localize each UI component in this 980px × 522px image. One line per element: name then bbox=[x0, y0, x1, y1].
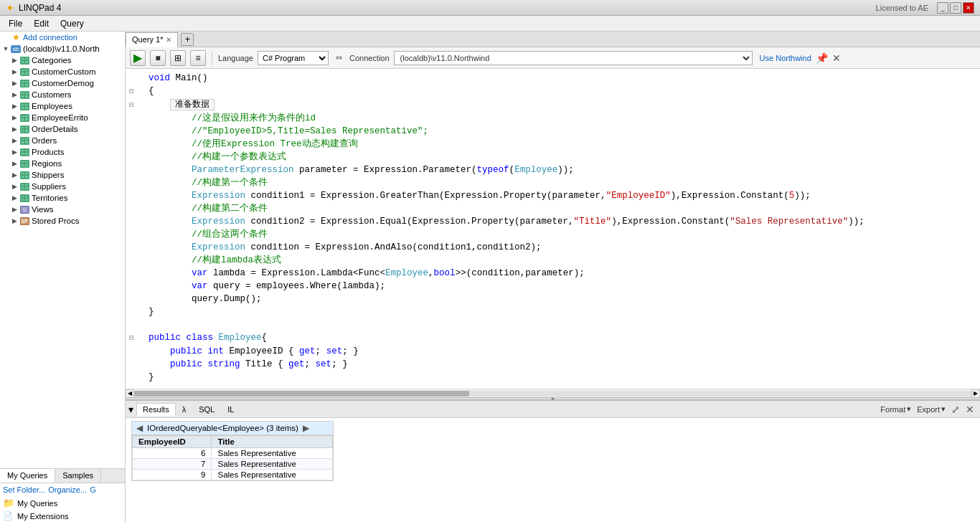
close-button[interactable]: ✕ bbox=[963, 2, 974, 14]
sidebar: ★ Add connection ▼ db (localdb)\v11.0.No… bbox=[0, 32, 126, 522]
connection-select[interactable]: (localdb)\v11.0.Northwind bbox=[394, 51, 753, 65]
table-label: Suppliers bbox=[32, 182, 66, 191]
cell-employeeid: 6 bbox=[133, 448, 212, 459]
format-label: Format bbox=[880, 405, 905, 414]
menu-query[interactable]: Query bbox=[55, 17, 90, 30]
sidebar-item-employees[interactable]: ▶ Employees bbox=[0, 100, 125, 112]
table-expand-arrow[interactable]: ◀ bbox=[136, 423, 143, 433]
cell-title: Sales Representative bbox=[212, 470, 333, 480]
sidebar-actions: Set Folder... Organize... G bbox=[0, 483, 125, 496]
sidebar-item-customers[interactable]: ▶ Customers bbox=[0, 89, 125, 100]
hscroll-thumb[interactable] bbox=[134, 391, 469, 397]
app-icon: ✦ bbox=[6, 2, 14, 14]
language-select[interactable]: C# Program C# Expression C# Statements bbox=[258, 51, 329, 65]
format-button[interactable]: Format ▾ bbox=[880, 404, 911, 414]
set-folder-link[interactable]: Set Folder... bbox=[3, 485, 45, 494]
sidebar-item-customerdemog[interactable]: ▶ CustomerDemog bbox=[0, 77, 125, 89]
table-label: Employees bbox=[32, 102, 72, 110]
sidebar-item-regions[interactable]: ▶ Regions bbox=[0, 158, 125, 169]
col-header-employeeid: EmployeeID bbox=[133, 436, 212, 448]
g-link[interactable]: G bbox=[90, 485, 96, 494]
sidebar-item-shippers[interactable]: ▶ Shippers bbox=[0, 169, 125, 181]
result-table: EmployeeID Title 6Sales Representative7S… bbox=[132, 435, 333, 480]
results-tab-bar: ▾ Results λ SQL IL Format bbox=[126, 401, 980, 418]
sidebar-item-storedprocs[interactable]: ▶ SP Stored Procs bbox=[0, 215, 125, 227]
cell-employeeid: 9 bbox=[133, 470, 212, 480]
code-line: //构建一个参数表达式 bbox=[126, 151, 980, 163]
code-line: //构建第一个条件 bbox=[126, 176, 980, 189]
titlebar: ✦ LINQPad 4 Licensed to AE _ □ ✕ bbox=[0, 0, 980, 16]
export-label: Export bbox=[917, 405, 940, 414]
menubar: File Edit Query bbox=[0, 16, 980, 32]
star-icon: ★ bbox=[10, 32, 22, 42]
editor-hscrollbar[interactable]: ◀ ▶ bbox=[126, 389, 980, 397]
tab-il[interactable]: IL bbox=[221, 403, 240, 416]
sidebar-folder-myextensions[interactable]: 📄 My Extensions bbox=[0, 510, 125, 522]
table-row: 7Sales Representative bbox=[133, 459, 333, 470]
tab-results[interactable]: Results bbox=[136, 403, 176, 416]
query-tab-1[interactable]: Query 1* ✕ bbox=[126, 32, 178, 47]
sql-tab-label: SQL bbox=[199, 405, 215, 414]
tab-lambda[interactable]: λ bbox=[176, 403, 193, 416]
code-line: Expression condition1 = Expression.Great… bbox=[126, 189, 980, 202]
table-more-arrow[interactable]: ▶ bbox=[303, 423, 309, 433]
toolbar-close-icon[interactable]: ✕ bbox=[832, 52, 841, 64]
tab-sql[interactable]: SQL bbox=[192, 403, 221, 416]
sidebar-item-categories[interactable]: ▶ Categories bbox=[0, 54, 125, 66]
list-view-button[interactable]: ≡ bbox=[190, 50, 206, 66]
results-toolbar-right: Format ▾ Export ▾ ⤢ ✕ bbox=[880, 404, 977, 415]
run-button[interactable]: ▶ bbox=[130, 50, 146, 66]
code-line: ⊟ 准备数据 bbox=[126, 98, 980, 112]
tab-samples[interactable]: Samples bbox=[55, 469, 101, 483]
table-label: CustomerDemog bbox=[32, 79, 94, 87]
organize-link[interactable]: Organize... bbox=[48, 485, 87, 494]
sidebar-item-orderdetails[interactable]: ▶ OrderDetails bbox=[0, 123, 125, 135]
maximize-button[interactable]: □ bbox=[950, 2, 961, 14]
sidebar-item-views[interactable]: ▶ V Views bbox=[0, 204, 125, 215]
sidebar-folder-myqueries[interactable]: 📁 My Queries bbox=[0, 496, 125, 510]
menu-file[interactable]: File bbox=[3, 17, 28, 30]
add-connection-label[interactable]: Add connection bbox=[23, 33, 77, 42]
close-tab-icon[interactable]: ✕ bbox=[166, 36, 171, 44]
table-label: Regions bbox=[32, 159, 62, 168]
hscroll-track[interactable] bbox=[134, 391, 971, 397]
tab-myqueries[interactable]: My Queries bbox=[0, 469, 55, 483]
extensions-label: My Extensions bbox=[17, 512, 69, 521]
scroll-left-button[interactable]: ◀ bbox=[126, 389, 134, 398]
sidebar-item-territories[interactable]: ▶ Territories bbox=[0, 192, 125, 204]
sidebar-item-suppliers[interactable]: ▶ Suppliers bbox=[0, 181, 125, 192]
results-panel-arrow[interactable]: ▾ bbox=[128, 404, 133, 415]
connection-arrow-icon: ⇔ bbox=[336, 53, 342, 62]
minimize-button[interactable]: _ bbox=[937, 2, 948, 14]
sidebar-item-customercustom[interactable]: ▶ CustomerCustom bbox=[0, 66, 125, 77]
scroll-right-button[interactable]: ▶ bbox=[971, 389, 980, 398]
grid-view-button[interactable]: ⊞ bbox=[170, 50, 186, 66]
table-label: Categories bbox=[32, 56, 72, 65]
new-tab-button[interactable]: + bbox=[181, 33, 194, 46]
code-line: Expression condition2 = Expression.Equal… bbox=[126, 215, 980, 228]
code-line: var query = employees.Where(lambda); bbox=[126, 280, 980, 293]
db-connection-item[interactable]: ▼ db (localdb)\v11.0.North bbox=[0, 43, 125, 54]
menu-edit[interactable]: Edit bbox=[28, 17, 55, 30]
table-label: Shippers bbox=[32, 171, 64, 179]
table-label: OrderDetails bbox=[32, 125, 78, 133]
code-line: } bbox=[126, 371, 980, 384]
add-connection-item[interactable]: ★ Add connection bbox=[0, 32, 125, 43]
stop-button[interactable]: ■ bbox=[150, 50, 166, 66]
code-line: ⊟ public class Employee{ bbox=[126, 331, 980, 345]
editor-area: void Main() ⊟ { ⊟ 准备数据 bbox=[126, 69, 980, 522]
sidebar-item-employeeterritory[interactable]: ▶ EmployeeErrito bbox=[0, 112, 125, 123]
table-label: Territories bbox=[32, 194, 67, 202]
close-results-icon[interactable]: ✕ bbox=[966, 404, 974, 415]
expand-results-icon[interactable]: ⤢ bbox=[951, 404, 960, 415]
pin-icon[interactable]: 📌 bbox=[816, 52, 828, 64]
export-button[interactable]: Export ▾ bbox=[917, 404, 946, 414]
ext-icon: 📄 bbox=[3, 511, 14, 521]
code-editor[interactable]: void Main() ⊟ { ⊟ 准备数据 bbox=[126, 69, 980, 389]
use-northwind-link[interactable]: Use Northwind bbox=[760, 54, 811, 62]
language-label: Language bbox=[218, 54, 253, 62]
sidebar-item-products[interactable]: ▶ Products bbox=[0, 146, 125, 158]
sidebar-item-orders[interactable]: ▶ Orders bbox=[0, 135, 125, 146]
license-text: Licensed to AE bbox=[876, 4, 928, 12]
code-line bbox=[126, 318, 980, 331]
